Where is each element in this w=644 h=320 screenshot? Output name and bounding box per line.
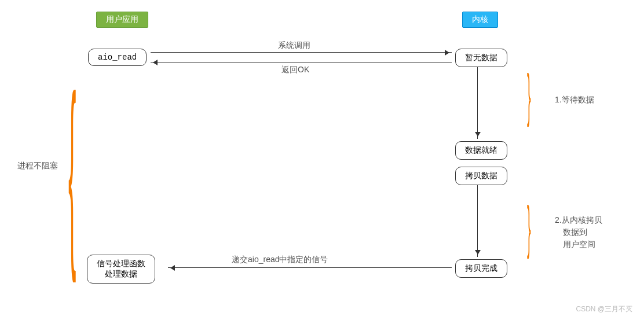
- label-syscall: 系统调用: [278, 41, 310, 51]
- arrow-syscall: [151, 52, 452, 53]
- handler-line2: 处理数据: [97, 269, 145, 279]
- node-data-ready: 数据就绪: [455, 141, 507, 160]
- arrow-return-ok: [151, 62, 452, 62]
- node-copy-data: 拷贝数据: [455, 167, 507, 185]
- arrow-signal: [168, 267, 452, 268]
- node-copy-done: 拷贝完成: [455, 259, 507, 278]
- arrow-wait-data: [477, 67, 478, 139]
- diagram-container: 用户应用 内核 aio_read 暂无数据 数据就绪 拷贝数据 拷贝完成 信号处…: [0, 0, 644, 320]
- node-no-data: 暂无数据: [455, 49, 507, 67]
- note-wait-data: 1.等待数据: [555, 95, 594, 105]
- note-copy-l1: 2.从内核拷贝: [555, 214, 602, 226]
- header-kernel: 内核: [462, 12, 498, 28]
- watermark: CSDN @三月不灭: [576, 304, 632, 314]
- label-signal: 递交aio_read中指定的信号: [232, 255, 328, 265]
- arrow-copy: [477, 185, 478, 257]
- handler-line1: 信号处理函数: [97, 259, 145, 269]
- note-copy-data: 2.从内核拷贝 数据到 用户空间: [555, 214, 602, 251]
- node-signal-handler: 信号处理函数 处理数据: [87, 255, 155, 284]
- node-aio-read: aio_read: [88, 49, 147, 66]
- note-copy-l3: 用户空间: [563, 238, 602, 251]
- brace-right-copy: }: [527, 195, 531, 262]
- brace-left: }: [68, 53, 76, 288]
- label-return-ok: 返回OK: [281, 65, 309, 75]
- brace-right-wait: }: [527, 63, 531, 130]
- note-no-block: 进程不阻塞: [17, 161, 58, 171]
- note-copy-l2: 数据到: [563, 226, 602, 238]
- header-user-app: 用户应用: [96, 12, 148, 28]
